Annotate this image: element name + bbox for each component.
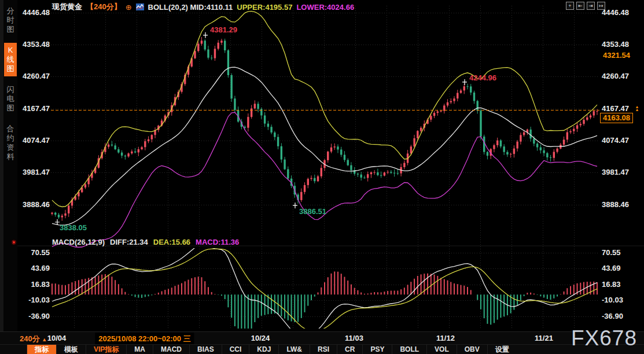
kline-chart-canvas[interactable]: 4381.294244.963886.513838.05 (17, 0, 644, 331)
sidebar-tab-1[interactable]: K线图 (4, 43, 17, 76)
macd-axis-label: 70.55 (602, 249, 641, 257)
macd-dea-label: DEA:15.66 (153, 238, 190, 246)
bottom-tab-CR[interactable]: CR (337, 345, 362, 354)
macd-params-label: MACD(26,12,9) (52, 238, 105, 246)
price-axis-label: 4074.47 (17, 137, 50, 145)
price-alert-icon[interactable]: ▲▲ (634, 105, 640, 111)
macd-axis-label: 16.83 (17, 281, 50, 289)
chart-type-sidebar: 分时图K线图闪电图合约资料 (3, 0, 17, 331)
bottom-tab-BOLL[interactable]: BOLL (392, 345, 426, 354)
svg-text:4244.96: 4244.96 (469, 73, 496, 82)
macd-axis-label: -36.90 (17, 312, 50, 320)
zoom-in-icon[interactable]: ⇤ (576, 2, 584, 10)
boll-lower-label: LOWER:4024.66 (296, 3, 354, 12)
macd-axis-label: 16.83 (602, 281, 641, 289)
bottom-tab-CCI[interactable]: CCI (222, 345, 249, 354)
price-axis-label: 3981.47 (602, 168, 641, 176)
current-price-badge: 4163.08 (600, 113, 633, 123)
svg-text:3838.05: 3838.05 (60, 223, 87, 232)
bottom-tab-MACD[interactable]: MACD (153, 345, 189, 354)
macd-axis-label: -10.03 (602, 296, 641, 304)
pan-icon[interactable]: + (566, 2, 574, 10)
date-tick: 11/03 (345, 334, 363, 342)
sidebar-tab-0[interactable]: 分时图 (4, 3, 17, 37)
price-axis-label: 4353.48 (17, 40, 50, 49)
bottom-tab-VIP指标[interactable]: VIP指标 (86, 345, 126, 354)
indicator-toolbar: 指标模板VIP指标MAMACDBIASCCIKDJLW&RSICRPSYBOLL… (0, 344, 644, 354)
chart-toolbuttons: +⇤⇥↦ (566, 2, 605, 10)
chart-thumbnail-icon (136, 3, 144, 10)
symbol-name: 现货黄金 (52, 2, 82, 12)
macd-axis-label: -10.03 (17, 296, 50, 304)
bottom-tab-指标[interactable]: 指标 (27, 345, 56, 354)
bottom-tab-VOL[interactable]: VOL (426, 345, 457, 354)
sidebar-tab-3[interactable]: 合约资料 (4, 121, 17, 164)
macd-macd-label: MACD:11.36 (196, 238, 239, 246)
price-axis-label: 4353.48 (602, 40, 641, 49)
period-selector[interactable]: 240分 ▲ (20, 334, 47, 344)
macd-header: MACD(26,12,9) DIFF:21.34 DEA:15.66 MACD:… (52, 238, 239, 246)
price-axis-label: 4446.48 (602, 9, 641, 17)
svg-text:3886.51: 3886.51 (299, 207, 326, 216)
bottom-tab-RSI[interactable]: RSI (310, 345, 337, 354)
bottom-tab-BIAS[interactable]: BIAS (189, 345, 222, 354)
date-tick: 10/04 (47, 334, 67, 342)
price-axis-label: 4260.47 (17, 72, 50, 80)
price-axis-label: 4074.47 (602, 137, 641, 145)
price-axis-label: 3981.47 (17, 168, 50, 176)
bottom-tab-设置[interactable]: 设置 (487, 345, 517, 354)
shift-right-icon[interactable]: ↦ (597, 2, 605, 10)
boll-upper-label: UPPER:4195.57 (237, 3, 292, 12)
time-axis: 240分 ▲ 2025/10/08 22:00~02:00 三 10/0410/… (0, 331, 644, 344)
bottom-tab-KDJ[interactable]: KDJ (249, 345, 278, 354)
fx678-watermark: FX678 (571, 326, 637, 351)
chart-header: 现货黄金 【240分】 ⊕ BOLL(20,2) MID:4110.11 UPP… (52, 2, 354, 12)
macd-axis-label: 43.69 (602, 264, 641, 272)
bottom-tab-模板[interactable]: 模板 (56, 345, 86, 354)
macd-axis-label: 43.69 (17, 264, 50, 272)
price-axis-label: 4260.47 (602, 72, 641, 80)
add-indicator-icon[interactable]: ⊕ (126, 3, 132, 12)
price-axis-label: 4167.47 (17, 105, 50, 113)
macd-diff-label: DIFF:21.34 (110, 238, 148, 246)
price-axis-label: 3888.46 (17, 201, 50, 209)
date-tick: 11/21 (535, 334, 553, 342)
svg-text:4381.29: 4381.29 (210, 25, 237, 34)
boll-mid-label: BOLL(20,2) MID:4110.11 (148, 3, 233, 12)
bottom-tab-MA[interactable]: MA (126, 345, 153, 354)
trading-app: 分时图K线图闪电图合约资料 4381.294244.963886.513838.… (0, 0, 644, 354)
prev-level-badge: 4321.54 (601, 50, 632, 61)
price-axis-label: 3888.46 (602, 201, 641, 209)
chart-area: 4381.294244.963886.513838.05 现货黄金 【240分】… (17, 0, 644, 331)
period-tag[interactable]: 【240分】 (86, 2, 122, 12)
macd-axis-label: -36.90 (602, 312, 641, 320)
price-axis-label: 4446.48 (17, 9, 50, 17)
sidebar-tab-2[interactable]: 闪电图 (4, 82, 17, 116)
bottom-tab-PSY[interactable]: PSY (362, 345, 392, 354)
date-tick: 10/24 (251, 334, 270, 342)
bottom-tab-OBV[interactable]: OBV (457, 345, 487, 354)
zoom-out-icon[interactable]: ⇥ (587, 2, 595, 10)
date-tick: 11/12 (436, 334, 455, 342)
selected-candle-time: 2025/10/08 22:00~02:00 三 (95, 333, 194, 345)
bottom-tab-LW&[interactable]: LW& (278, 345, 310, 354)
alert-sun-icon[interactable]: ☀ (11, 239, 17, 246)
macd-axis-label: 70.55 (17, 249, 50, 257)
